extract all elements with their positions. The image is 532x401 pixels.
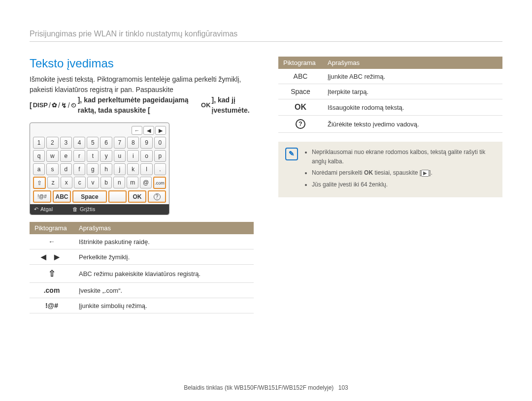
row-icon-ok: OK [278,99,323,116]
th-icon: Piktograma [30,222,74,234]
section-title: Teksto įvedimas [30,57,254,70]
kb-row-5: !@# ABC Space OK ? [33,190,166,203]
key-symbols[interactable]: !@# [33,190,51,203]
kb-nav-right[interactable]: ▶ [155,126,166,135]
key[interactable]: x [61,177,72,188]
table-row: .com Įveskite „.com“. [30,283,254,298]
note-icon: ✎ [285,148,298,160]
key[interactable]: 6 [100,137,112,149]
key[interactable]: 2 [46,137,58,149]
th-desc: Aprašymas [74,222,254,234]
left-column: Teksto įvedimas Išmokite įvesti tekstą. … [30,57,254,313]
kb-row-1: 1 2 3 4 5 6 7 8 9 0 [33,137,166,149]
row-icon-backspace: ← [30,234,74,249]
key[interactable]: l [140,163,152,175]
key[interactable]: m [127,177,138,188]
key[interactable]: t [87,150,99,162]
key[interactable]: 4 [73,137,85,149]
key[interactable]: s [46,163,58,175]
key[interactable]: v [87,177,99,188]
row-desc: Įterpkite tarpą. [323,84,502,99]
key[interactable]: 9 [140,137,152,149]
key[interactable]: q [33,150,45,162]
row-desc: Išsaugokite rodomą tekstą. [323,99,502,116]
key[interactable]: d [60,163,72,175]
kb-trash-label: Grįžtis [80,206,95,212]
key[interactable]: f [73,163,85,175]
page-footer: Belaidis tinklas (tik WB150F/WB151F/WB15… [0,384,532,391]
key[interactable]: j [114,163,126,175]
key[interactable]: . [154,163,166,175]
footer-text: Belaidis tinklas (tik WB150F/WB151F/WB15… [184,384,333,391]
back-icon: ↶ [34,206,38,212]
disp-icon: DISP [33,100,48,110]
bracket-open: [ [30,100,32,111]
row-icon-symbols: !@# [30,298,74,313]
row-icon-arrows: ◀ ▶ [30,249,74,265]
row-desc: Įveskite „.com“. [74,283,254,298]
key[interactable]: k [127,163,139,175]
key[interactable]: r [73,150,85,162]
key[interactable]: 5 [87,137,99,149]
row-desc: Perkelkite žymiklį. [74,249,254,265]
note-item: Nepriklausomai nuo ekrane rodomos kalbos… [312,148,496,166]
key-help[interactable]: ? [148,190,166,203]
key[interactable]: u [114,150,126,162]
key[interactable]: w [46,150,58,162]
row-desc: Ištrinkite paskutinę raidę. [74,234,254,249]
key[interactable]: b [100,177,112,188]
key[interactable]: i [127,150,139,162]
key-ok[interactable]: OK [128,190,146,203]
row-desc: Žiūrėkite teksto įvedimo vadovą. [323,116,502,133]
onscreen-keyboard: ← ◀ ▶ 1 2 3 4 5 6 7 8 9 0 q [30,123,169,215]
row-desc: Įjunkite simbolių režimą. [74,298,254,313]
intro-line2b: ], kad perkeltumėte pageidaujamą raktą, … [78,95,200,116]
table-row: ← Ištrinkite paskutinę raidę. [30,234,254,249]
kb-bottom-bar: ↶Atgal 🗑Grįžtis [30,204,169,215]
key-abc[interactable]: ABC [53,190,71,203]
key[interactable]: 1 [33,137,45,149]
key[interactable]: 0 [154,137,166,149]
key-dotcom[interactable]: .com [153,177,166,189]
kb-nav-back[interactable]: ← [132,126,142,135]
key[interactable]: 7 [114,137,126,149]
note-item: Jūs galite įvesti iki 64 ženklų. [312,180,496,189]
row-desc: Įjunkite ABC režimą. [323,69,502,84]
key[interactable]: o [140,150,152,162]
right-column: Piktograma Aprašymas ABC Įjunkite ABC re… [278,57,502,313]
flash-icon: ↯ [61,100,67,111]
row-icon-abc: ABC [278,69,323,84]
row-icon-shift: ⇧ [30,265,74,283]
note-item: Norėdami persikelti OK tiesiai, spauskit… [312,168,496,178]
key[interactable]: h [100,163,112,175]
key[interactable]: p [154,150,166,162]
key[interactable]: c [74,177,86,188]
key-blank[interactable] [108,190,127,203]
row-icon-space: Space [278,84,323,99]
key[interactable]: g [87,163,99,175]
key[interactable]: z [47,177,59,188]
page-number: 103 [338,384,348,391]
key-space[interactable]: Space [72,190,107,203]
th-icon: Piktograma [278,57,323,69]
icon-table-left: Piktograma Aprašymas ← Ištrinkite paskut… [30,222,254,313]
row-icon-help: ? [278,116,323,133]
ok-icon: OK [201,100,211,110]
key[interactable]: e [60,150,72,162]
kb-nav-left[interactable]: ◀ [143,126,154,135]
table-row: Space Įterpkite tarpą. [278,84,502,99]
row-icon-dotcom: .com [30,283,74,298]
key[interactable]: @ [140,177,152,188]
key[interactable]: 3 [60,137,72,149]
table-row: !@# Įjunkite simbolių režimą. [30,298,254,313]
key[interactable]: 8 [127,137,139,149]
table-row: ◀ ▶ Perkelkite žymiklį. [30,249,254,265]
key[interactable]: y [100,150,112,162]
table-row: OK Išsaugokite rodomą tekstą. [278,99,502,116]
key[interactable]: a [33,163,45,175]
icon-table-right: Piktograma Aprašymas ABC Įjunkite ABC re… [278,57,502,133]
table-row: ⇧ ABC režimu pakeiskite klaviatūros regi… [30,265,254,283]
key-shift[interactable]: ⇧ [33,177,46,189]
row-desc: ABC režimu pakeiskite klaviatūros regist… [74,265,254,283]
key[interactable]: n [113,177,125,188]
